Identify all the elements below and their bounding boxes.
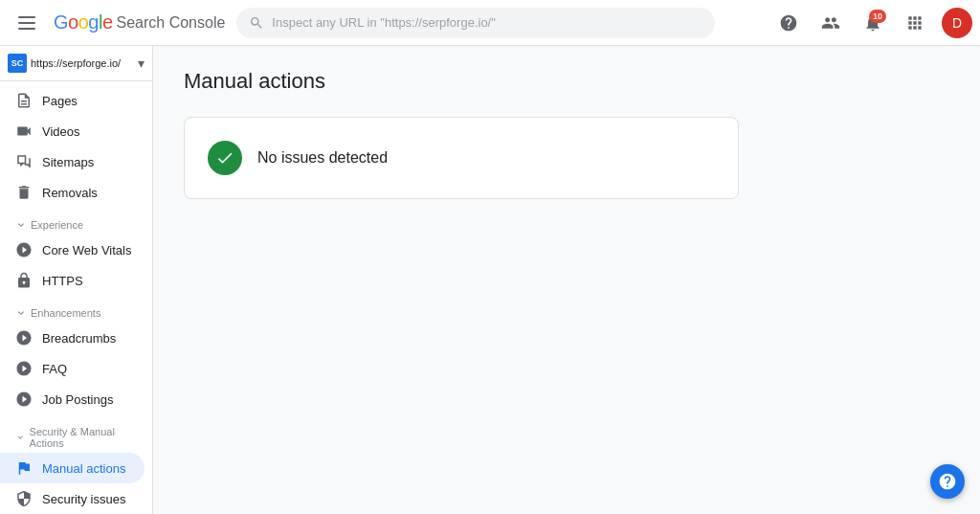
sidebar-item-security-issues[interactable]: Security issues: [0, 483, 145, 514]
product-name: Search Console: [117, 14, 226, 32]
security-issues-icon: [15, 490, 33, 507]
job-postings-icon: [15, 391, 33, 408]
sidebar-item-videos[interactable]: Videos: [0, 116, 145, 146]
experience-section-header: Experience: [0, 208, 152, 235]
sidebar-item-pages[interactable]: Pages: [0, 85, 145, 116]
google-wordmark: Google: [54, 11, 113, 34]
user-avatar[interactable]: D: [942, 8, 972, 38]
status-card: No issues detected: [184, 117, 739, 199]
checkmark-icon: [215, 148, 234, 168]
hamburger-icon: [18, 16, 35, 30]
main-content: Manual actions No issues detected: [153, 46, 980, 514]
app-layout: SC https://serpforge.io/ ▾ Pages Videos …: [0, 46, 980, 514]
sidebar-item-manual-actions[interactable]: Manual actions: [0, 453, 145, 483]
sitemaps-label: Sitemaps: [42, 155, 94, 169]
pages-icon: [15, 92, 33, 109]
check-circle: [208, 141, 242, 175]
notification-badge: 10: [869, 10, 886, 23]
security-collapse-icon: [15, 432, 26, 443]
breadcrumbs-icon: [15, 329, 33, 346]
page-title: Manual actions: [184, 69, 949, 94]
sidebar-item-job-postings[interactable]: Job Postings: [0, 384, 145, 414]
help-icon: [779, 13, 798, 33]
apps-button[interactable]: [896, 4, 934, 42]
topbar-actions: 10 D: [769, 4, 972, 42]
help-button[interactable]: [769, 4, 808, 42]
enhancements-section-header: Enhancements: [0, 296, 152, 323]
property-url: https://serpforge.io/: [31, 57, 134, 69]
https-icon: [15, 272, 33, 289]
job-postings-label: Job Postings: [42, 392, 113, 407]
faq-label: FAQ: [42, 362, 67, 376]
sitemaps-icon: [15, 153, 33, 170]
sidebar-item-removals[interactable]: Removals: [0, 177, 145, 208]
search-bar[interactable]: Inspect any URL in "https://serpforge.io…: [236, 8, 715, 38]
faq-icon: [15, 360, 33, 377]
topbar: Google Search Console Inspect any URL in…: [0, 0, 980, 46]
https-label: HTTPS: [42, 274, 83, 288]
property-icon-letter: SC: [11, 58, 24, 68]
sidebar-item-breadcrumbs[interactable]: Breadcrumbs: [0, 323, 145, 353]
security-section-header: Security & Manual Actions: [0, 414, 152, 453]
manual-actions-label: Manual actions: [42, 461, 125, 476]
apps-icon: [905, 13, 924, 33]
sidebar: SC https://serpforge.io/ ▾ Pages Videos …: [0, 46, 153, 514]
help-widget[interactable]: [930, 464, 965, 499]
no-issues-text: No issues detected: [257, 149, 388, 167]
removals-icon: [15, 184, 33, 201]
people-icon: [821, 13, 840, 33]
removals-label: Removals: [42, 186, 98, 200]
menu-button[interactable]: [8, 4, 46, 42]
property-dropdown-icon: ▾: [138, 56, 145, 71]
people-button[interactable]: [812, 4, 850, 42]
search-placeholder-text: Inspect any URL in "https://serpforge.io…: [272, 15, 495, 30]
section-collapse-icon: [15, 219, 27, 231]
search-icon: [249, 15, 264, 31]
property-icon: SC: [8, 54, 27, 73]
property-selector[interactable]: SC https://serpforge.io/ ▾: [0, 46, 152, 81]
sidebar-item-sitemaps[interactable]: Sitemaps: [0, 146, 145, 177]
videos-label: Videos: [42, 124, 80, 139]
google-logo[interactable]: Google Search Console: [54, 11, 225, 34]
sidebar-item-core-web-vitals[interactable]: Core Web Vitals: [0, 235, 145, 265]
help-widget-icon: [938, 472, 957, 491]
core-web-vitals-icon: [15, 241, 33, 258]
videos-icon: [15, 123, 33, 140]
breadcrumbs-label: Breadcrumbs: [42, 331, 116, 346]
notifications-button[interactable]: 10: [854, 4, 892, 42]
enhancements-collapse-icon: [15, 307, 27, 319]
sidebar-item-https[interactable]: HTTPS: [0, 265, 145, 296]
sidebar-item-faq[interactable]: FAQ: [0, 353, 145, 384]
security-issues-label: Security issues: [42, 492, 125, 506]
manual-actions-icon: [15, 459, 33, 477]
pages-label: Pages: [42, 94, 78, 108]
core-web-vitals-label: Core Web Vitals: [42, 243, 131, 257]
